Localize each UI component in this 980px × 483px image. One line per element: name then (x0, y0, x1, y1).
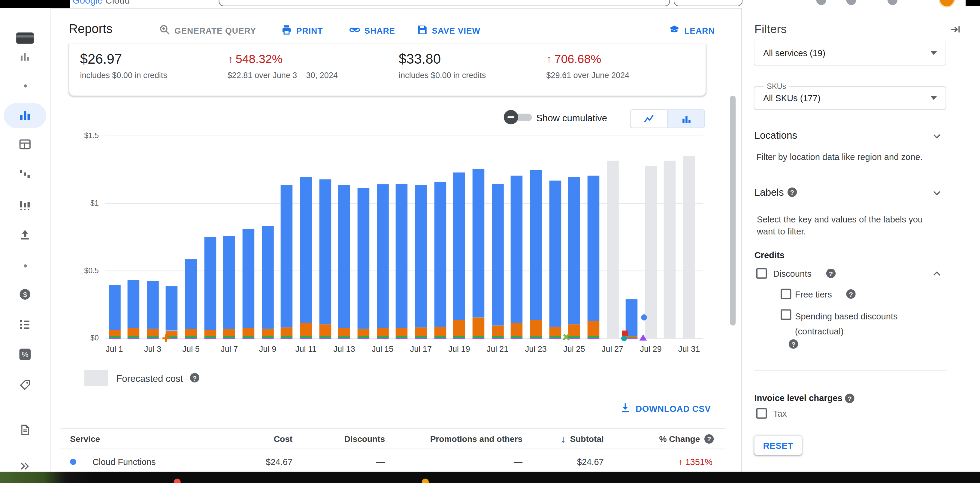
chart-bar-segment-series-green (453, 336, 465, 338)
cost-breakdown-icon[interactable] (19, 168, 31, 181)
services-filter-select[interactable]: All services (19) (754, 41, 946, 65)
chart-bar-segment-series-green (204, 336, 216, 338)
help-icon[interactable]: ? (845, 394, 854, 403)
browser-top-strip: Google Cloud (0, 0, 980, 9)
nav-dot-icon[interactable] (24, 264, 27, 267)
table-row[interactable]: Cloud Functions$24.67——$24.67↑1351% (60, 450, 725, 475)
column-header-service[interactable]: Service (60, 429, 199, 449)
help-icon[interactable]: ? (826, 269, 835, 278)
help-icon[interactable]: ? (788, 187, 797, 197)
share-button[interactable]: SHARE (350, 24, 395, 37)
x-axis-label: Jul 9 (249, 344, 286, 354)
generate-query-button[interactable]: GENERATE QUERY (159, 24, 256, 37)
download-csv-button[interactable]: DOWNLOAD CSV (620, 402, 711, 415)
chart-bar-segment-series-orange (587, 321, 599, 336)
toggle-knob (504, 110, 518, 124)
chart-bar-segment-series-purple (358, 338, 370, 339)
x-axis-label: Jul 15 (364, 344, 401, 354)
forecast-amount: $33.80 (399, 51, 441, 68)
column-header-discounts[interactable]: Discounts (293, 429, 385, 449)
learn-button[interactable]: LEARN (669, 24, 714, 37)
reset-filters-button[interactable]: RESET (754, 435, 802, 455)
chart-bar-segment-series-purple (473, 338, 485, 339)
chart-bar-segment-series-orange (262, 329, 274, 336)
discounts-checkbox[interactable] (756, 268, 767, 278)
chart-bar-segment-series-green (243, 336, 255, 338)
column-header-change[interactable]: % Change? (604, 429, 725, 449)
avatar[interactable] (939, 0, 955, 8)
print-button[interactable]: PRINT (281, 24, 323, 37)
column-label: Subtotal (570, 434, 603, 443)
expand-locations-icon[interactable] (931, 130, 942, 145)
vertical-scrollbar-thumb[interactable] (730, 95, 736, 326)
overview-icon[interactable] (21, 52, 29, 65)
chart-bar-segment-cloud-functions (396, 183, 408, 328)
chart-bar-segment-cloud-functions (434, 182, 446, 327)
spending-discounts-checkbox[interactable] (781, 309, 791, 320)
desktop-bottom-strip (0, 472, 980, 483)
x-axis-label: Jul 13 (326, 344, 363, 354)
search-button[interactable] (674, 0, 743, 6)
chart-bar-segment-series-green (127, 336, 140, 338)
reports-icon[interactable] (19, 109, 31, 122)
chart-bar-segment-series-green (358, 336, 370, 338)
help-menu-icon[interactable] (888, 0, 897, 5)
show-cumulative-label: Show cumulative (536, 113, 607, 123)
chart-bar-segment-series-orange (396, 328, 408, 336)
free-tiers-checkbox[interactable] (781, 289, 791, 299)
help-icon[interactable]: ? (789, 339, 798, 348)
documents-icon[interactable] (19, 424, 31, 436)
month-to-date-compare-note: $22.81 over June 3 – 30, 2024 (228, 70, 338, 80)
collapse-discounts-icon[interactable] (931, 268, 942, 282)
chart-bar-segment-series-orange (492, 326, 504, 336)
pricing-icon[interactable]: $ (19, 288, 31, 301)
notifications-icon[interactable] (846, 0, 856, 5)
chart-bar-segment-series-purple (204, 338, 216, 339)
chart-bar-forecast (606, 160, 619, 338)
chart-bar-segment-series-orange (204, 330, 216, 336)
cost-cell: $24.67 (199, 450, 293, 474)
tax-label: Tax (773, 408, 787, 418)
hide-filters-panel-icon[interactable] (950, 24, 961, 38)
free-tiers-label: Free tiers (795, 289, 832, 299)
chart-marker-circle (621, 335, 627, 341)
chart-bar-segment-series-orange (511, 323, 523, 336)
credits-icon[interactable]: % (19, 348, 31, 361)
chart-bar-segment-cloud-functions (377, 184, 388, 328)
tax-checkbox[interactable] (756, 408, 767, 418)
help-icon[interactable]: ? (190, 373, 199, 383)
services-filter-value: All services (19) (763, 48, 931, 58)
column-label: % Change (659, 434, 700, 443)
column-header-promotions-and-others[interactable]: Promotions and others (385, 429, 522, 449)
transactions-icon[interactable] (19, 318, 31, 331)
subtotal-cell: $24.67 (522, 450, 604, 474)
chart-bar-segment-series-purple (108, 338, 120, 339)
help-icon[interactable]: ? (705, 434, 714, 443)
expand-sidebar-icon[interactable] (19, 460, 31, 472)
show-cumulative-toggle[interactable] (504, 110, 531, 125)
expand-labels-icon[interactable] (931, 187, 942, 201)
print-icon (281, 24, 292, 37)
product-logo: Google Cloud (71, 0, 153, 8)
gemini-icon[interactable] (816, 0, 826, 5)
chart-bar-segment-series-green (223, 336, 235, 338)
export-icon[interactable] (19, 229, 31, 242)
help-icon[interactable]: ? (846, 289, 855, 299)
chart-bar-segment-series-green (185, 336, 197, 338)
labels-icon[interactable] (19, 378, 31, 391)
cost-table-icon[interactable] (19, 138, 31, 151)
download-icon (620, 402, 630, 415)
commitments-icon[interactable] (19, 199, 31, 211)
column-header-cost[interactable]: Cost (199, 429, 293, 449)
search-input[interactable] (219, 0, 670, 6)
column-header-subtotal[interactable]: ↓Subtotal (522, 429, 604, 449)
column-label: Discounts (344, 434, 385, 443)
save-view-button[interactable]: SAVE VIEW (417, 24, 480, 37)
chart-bar-segment-series-orange (108, 330, 120, 336)
bar-chart-button-selected[interactable] (667, 109, 705, 128)
billing-account-icon[interactable] (16, 31, 34, 48)
nav-dot-icon[interactable] (24, 84, 27, 87)
y-axis-label: $0.5 (69, 266, 99, 275)
chart-bar-segment-cloud-functions (262, 226, 274, 329)
line-chart-button[interactable] (630, 109, 667, 128)
